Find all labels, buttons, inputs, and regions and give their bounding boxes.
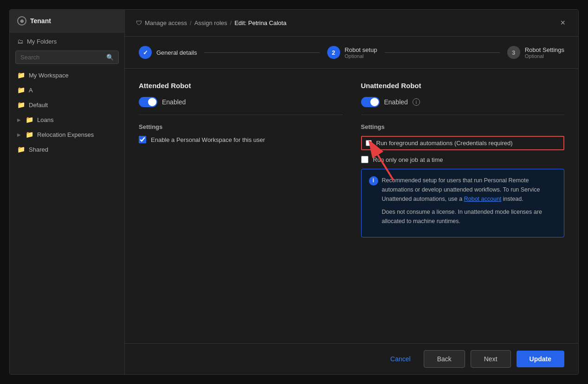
step-line-2 bbox=[385, 52, 500, 53]
modal-footer: Cancel Back Next Update bbox=[125, 343, 578, 374]
chevron-right-icon: ▶ bbox=[17, 117, 21, 122]
unattended-robot-title: Unattended Robot bbox=[361, 82, 565, 90]
sidebar-item-loans[interactable]: ▶ 📁 Loans bbox=[10, 112, 124, 127]
step-line-1 bbox=[204, 52, 319, 53]
folder-icon: 🗂 bbox=[17, 38, 23, 45]
info-paragraph-1: Recommended setup for users that run Per… bbox=[382, 176, 557, 204]
attended-robot-toggle-row: Enabled bbox=[139, 97, 342, 107]
foreground-checkbox[interactable] bbox=[366, 140, 372, 146]
info-circle-icon: i bbox=[369, 176, 378, 186]
attended-robot-column: Attended Robot Enabled Settings Enable a… bbox=[139, 82, 342, 330]
folder-icon: 📁 bbox=[17, 86, 25, 94]
main-content: 🛡 Manage access / Assign roles / Edit: P… bbox=[125, 10, 578, 374]
breadcrumb: 🛡 Manage access / Assign roles / Edit: P… bbox=[136, 19, 286, 26]
info-icon[interactable]: i bbox=[413, 98, 420, 106]
unattended-foreground-checkbox-row: Run foreground automations (Credentials … bbox=[361, 136, 565, 150]
unattended-robot-column: Unattended Robot Enabled i Settings Run … bbox=[361, 82, 565, 330]
onejob-checkbox[interactable] bbox=[361, 156, 368, 163]
info-text: Recommended setup for users that run Per… bbox=[382, 176, 557, 226]
folder-icon: 📁 bbox=[17, 71, 25, 79]
attended-checkbox-label: Enable a Personal Workspace for this use… bbox=[151, 136, 265, 143]
unattended-robot-toggle[interactable] bbox=[361, 97, 380, 107]
search-input[interactable] bbox=[20, 54, 103, 61]
attended-settings-label: Settings bbox=[139, 123, 342, 130]
attended-robot-title: Attended Robot bbox=[139, 82, 342, 90]
chevron-right-icon: ▶ bbox=[17, 132, 21, 137]
attended-checkbox-row: Enable a Personal Workspace for this use… bbox=[139, 136, 342, 143]
unattended-robot-toggle-label: Enabled bbox=[384, 98, 408, 106]
info-paragraph-2: Does not consume a license. In unattende… bbox=[382, 207, 557, 226]
unattended-divider bbox=[361, 115, 565, 115]
robot-account-link[interactable]: Robot account bbox=[464, 196, 502, 202]
shield-icon: 🛡 bbox=[136, 19, 142, 26]
foreground-checkbox-label: Run foreground automations (Credentials … bbox=[376, 140, 513, 147]
sidebar-item-shared[interactable]: 📁 Shared bbox=[10, 142, 124, 157]
sidebar-item-a[interactable]: 📁 A bbox=[10, 83, 124, 97]
attended-workspace-checkbox[interactable] bbox=[139, 136, 146, 143]
sidebar: ⊕ Tenant 🗂 My Folders 🔍 📁 My Workspace 📁… bbox=[10, 10, 125, 374]
search-icon: 🔍 bbox=[106, 54, 114, 61]
content-area: Attended Robot Enabled Settings Enable a… bbox=[125, 69, 578, 343]
update-button[interactable]: Update bbox=[517, 351, 564, 367]
tenant-icon: ⊕ bbox=[17, 16, 26, 26]
attended-divider bbox=[139, 115, 342, 115]
sidebar-item-my-workspace[interactable]: 📁 My Workspace bbox=[10, 68, 124, 83]
step-info-robot-settings: Robot Settings Optional bbox=[525, 46, 564, 59]
info-box: i Recommended setup for users that run P… bbox=[361, 169, 565, 237]
attended-robot-toggle[interactable] bbox=[139, 97, 157, 107]
sidebar-search-container: 🔍 bbox=[15, 51, 119, 64]
step-circle-general: ✓ bbox=[139, 46, 152, 59]
step-check-icon: ✓ bbox=[143, 49, 148, 56]
separator: / bbox=[230, 19, 232, 26]
step-general: ✓ General details bbox=[139, 46, 197, 59]
unattended-settings-label: Settings bbox=[361, 123, 565, 130]
step-circle-robot-setup: 2 bbox=[327, 46, 340, 59]
sidebar-item-relocation-expenses[interactable]: ▶ 📁 Relocation Expenses bbox=[10, 127, 124, 142]
cancel-button[interactable]: Cancel bbox=[383, 351, 418, 367]
step-info-robot-setup: Robot setup Optional bbox=[345, 46, 377, 59]
sidebar-my-folders: 🗂 My Folders bbox=[10, 32, 124, 51]
folder-icon: 📁 bbox=[17, 146, 25, 153]
separator: / bbox=[190, 19, 192, 26]
folder-icon: 📁 bbox=[26, 116, 33, 123]
next-button[interactable]: Next bbox=[471, 350, 511, 368]
close-button[interactable]: × bbox=[558, 16, 567, 30]
step-info-general: General details bbox=[156, 49, 197, 56]
attended-robot-toggle-label: Enabled bbox=[162, 98, 186, 106]
stepper: ✓ General details 2 Robot setup Optional bbox=[125, 37, 578, 69]
sidebar-item-default[interactable]: 📁 Default bbox=[10, 97, 124, 112]
back-button[interactable]: Back bbox=[424, 350, 465, 368]
step-circle-robot-settings: 3 bbox=[507, 46, 520, 59]
modal-header: 🛡 Manage access / Assign roles / Edit: P… bbox=[125, 10, 578, 37]
folder-icon: 📁 bbox=[26, 131, 33, 138]
unattended-robot-toggle-row: Enabled i bbox=[361, 97, 565, 107]
folder-icon: 📁 bbox=[17, 101, 25, 109]
checkbox-highlight-wrapper: Run foreground automations (Credentials … bbox=[361, 136, 565, 150]
step-robot-setup: 2 Robot setup Optional bbox=[327, 46, 377, 59]
step-robot-settings: 3 Robot Settings Optional bbox=[507, 46, 564, 59]
unattended-onejob-checkbox-row: Run only one job at a time bbox=[361, 156, 565, 163]
onejob-checkbox-label: Run only one job at a time bbox=[373, 156, 443, 163]
tenant-label: Tenant bbox=[30, 17, 51, 25]
info-header: i Recommended setup for users that run P… bbox=[369, 176, 557, 226]
sidebar-tenant[interactable]: ⊕ Tenant bbox=[10, 10, 124, 32]
